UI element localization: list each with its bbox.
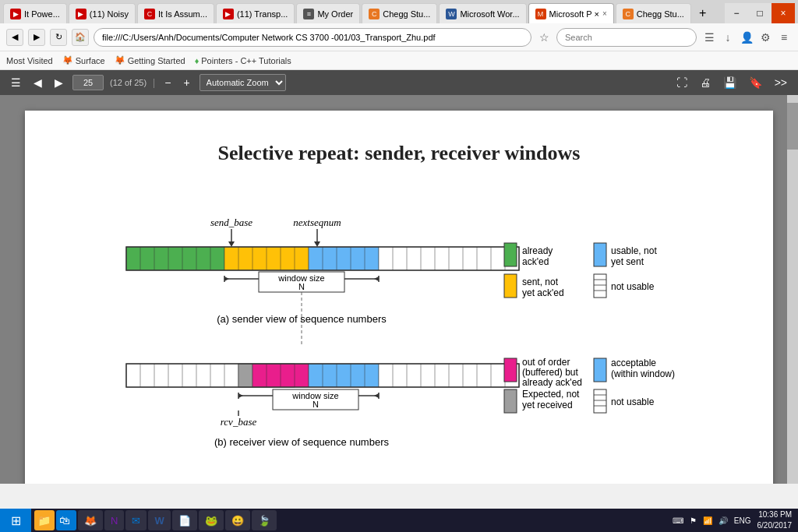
search-input[interactable] [556,28,697,47]
pdf-icon: 📄 [178,515,191,527]
bracket-right-arrow [374,277,379,281]
taskbar-right: ⌨ ⚑ 📶 🔊 ENG 10:36 PM 6/20/2017 [666,509,798,531]
window-n-text-sender: N [298,282,305,291]
recv-bracket-right-arrow [374,393,379,398]
onenote-icon: N [111,515,118,527]
tab-1-label: It Powe... [24,9,60,19]
nextseqnum-arrow-head [314,241,320,247]
file-explorer-icon: 📁 [37,514,51,527]
bookmark-getting-started[interactable]: 🦊 Getting Started [115,55,185,65]
window-n-text-receiver: N [312,400,319,409]
close-button[interactable]: × [772,3,795,23]
word-icon: W [154,515,164,527]
bookmark-most-visited[interactable]: Most Visited [6,56,53,65]
tab-3[interactable]: C It Is Assum... [137,3,214,23]
tab-8-active[interactable]: M Microsoft P × × [528,3,614,23]
app10-icon: 😀 [231,515,244,527]
bracket-left-arrow [224,277,229,281]
tab-8-icon: M [535,9,546,19]
zoom-select[interactable]: Automatic Zoom [200,74,286,91]
toolbar-icons: ☰ ↓ 👤 ⚙ ≡ [701,30,792,45]
firefox-icon: 🦊 [84,515,97,527]
fullscreen-button[interactable]: ⛶ [673,75,690,90]
tab-8-close[interactable]: × [602,9,607,18]
maximize-button[interactable]: □ [748,3,772,23]
diagram-svg: send_base nextseqnum [79,188,719,484]
tab-7-label: Microsoft Wor... [460,9,519,19]
send-base-arrow-head [228,241,235,247]
url-input[interactable] [94,28,531,47]
sidebar-toggle-button[interactable]: ☰ [8,75,24,90]
taskbar-app11[interactable]: 🍃 [252,510,277,530]
scrollbar[interactable] [787,95,798,484]
tab-4[interactable]: ▶ (11) Transp... [216,3,295,23]
legend-green-text1: already [522,245,553,256]
legend-pink-text3: already ack'ed [522,377,582,388]
forward-button[interactable]: ▶ [28,29,45,46]
home-button[interactable]: 🏠 [72,29,89,46]
print-button[interactable]: 🖨 [697,75,714,90]
taskbar-word[interactable]: W [148,510,170,530]
tab-7[interactable]: W Microsoft Wor... [439,3,526,23]
downloads-icon[interactable]: ↓ [720,30,736,45]
taskbar-onenote[interactable]: N [104,510,124,530]
save-button[interactable]: 💾 [720,75,740,90]
tab-9[interactable]: C Chegg Stu... [616,3,691,23]
bookmark-surface[interactable]: 🦊 Surface [62,55,105,65]
zoom-in-button[interactable]: + [180,75,192,90]
taskbar-pdf[interactable]: 📄 [172,510,197,530]
tab-8-label: Microsoft P × [549,9,599,19]
receiver-gray-cell [238,364,252,387]
page-prev-button[interactable]: ◀ [30,75,45,90]
more-tools-button[interactable]: >> [772,75,790,90]
legend-gray-text1: Expected, not [522,389,580,400]
refresh-button[interactable]: ↻ [50,29,67,46]
legend-pink-text2: (buffered) but [522,367,578,378]
legend-white-receiver [594,389,606,413]
address-bar: ◀ ▶ ↻ 🏠 ☆ ☰ ↓ 👤 ⚙ ≡ [0,23,798,51]
scrollbar-thumb[interactable] [787,103,798,150]
tab-9-icon: C [623,9,634,19]
bookmark-cpp-label: Pointers - C++ Tutorials [201,56,291,65]
legend-white-recv-text: not usable [611,396,655,407]
separator-1: | [153,77,155,88]
page-next-button[interactable]: ▶ [51,75,66,90]
legend-gray-text2: yet received [522,400,573,410]
back-button[interactable]: ◀ [6,29,23,46]
tab-2[interactable]: ▶ (11) Noisy [69,3,136,23]
zoom-out-button[interactable]: − [161,75,174,90]
tab-5[interactable]: ≡ My Order [296,3,360,23]
page-number-input[interactable] [72,75,104,90]
taskbar-app9[interactable]: 🐸 [199,510,224,530]
new-tab-button[interactable]: + [693,3,712,23]
taskbar-store[interactable]: 🛍 [56,510,76,530]
sender-usable-cells [309,247,379,270]
pdf-page: Selective repeat: sender, receiver windo… [25,111,773,484]
tab-1[interactable]: ▶ It Powe... [3,3,67,23]
minimize-button[interactable]: − [725,3,748,23]
taskbar: ⊞ 📁 🛍 🦊 N ✉ W 📄 🐸 😀 🍃 [0,509,798,532]
taskbar-app10[interactable]: 😀 [225,510,250,530]
legend-blue-recv-text2: (within window) [611,368,675,379]
tab-6[interactable]: C Chegg Stu... [362,3,437,23]
taskbar-outlook[interactable]: ✉ [125,510,147,530]
volume-icon[interactable]: 🔊 [719,516,728,525]
window-controls: − □ × [725,3,795,23]
bookmark-button[interactable]: 🔖 [746,75,765,90]
bookmark-list-icon[interactable]: ☰ [701,30,717,45]
bookmark-cpp[interactable]: ♦ Pointers - C++ Tutorials [195,56,291,65]
language-indicator: ENG [734,516,751,525]
tab-3-label: It Is Assum... [158,9,207,19]
taskbar-firefox[interactable]: 🦊 [78,510,103,530]
pdf-content[interactable]: Selective repeat: sender, receiver windo… [0,95,798,484]
taskbar-file-explorer[interactable]: 📁 [34,510,55,530]
bookmarks-bar: Most Visited 🦊 Surface 🦊 Getting Started… [0,51,798,70]
legend-pink-receiver [504,358,517,382]
menu-icon[interactable]: ≡ [776,30,792,45]
bookmark-star-icon[interactable]: ☆ [536,30,552,45]
profile-icon[interactable]: 👤 [739,30,754,45]
legend-blue-text2: yet sent [611,256,644,267]
start-button[interactable]: ⊞ [0,509,31,532]
legend-gray-receiver [504,389,517,413]
settings-icon[interactable]: ⚙ [757,30,773,45]
